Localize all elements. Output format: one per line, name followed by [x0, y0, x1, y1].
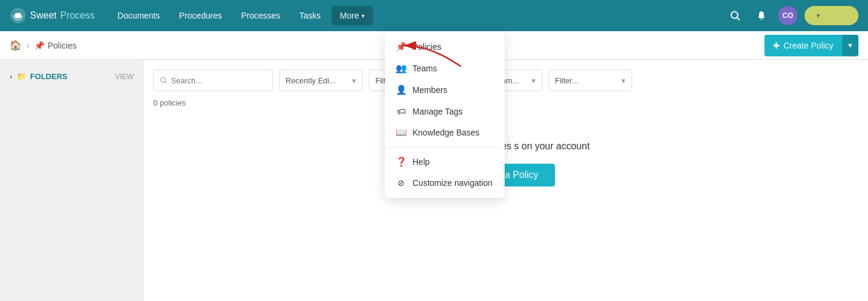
avatar[interactable]: CO [778, 6, 797, 25]
sweetprocess-logo-icon [10, 7, 26, 24]
nav-item-processes-label: Processes [241, 11, 280, 20]
filter-dropdown[interactable]: Filter... ▾ [548, 70, 632, 91]
breadcrumb-separator: › [26, 41, 29, 50]
breadcrumb-current: 📌 Policies [34, 41, 77, 50]
avatar-initials: CO [782, 11, 793, 20]
notifications-button[interactable] [752, 6, 771, 25]
chevron-right-icon: › [10, 72, 12, 81]
recently-edited-filter[interactable]: Recently Edi... ▾ [279, 70, 363, 91]
nav-item-more-label: More [340, 11, 359, 20]
filter-by-team-chevron: ▾ [532, 76, 536, 85]
dropdown-item-members-label: Members [412, 85, 447, 95]
sidebar: › 📁 FOLDERS VIEW [0, 60, 144, 301]
teams-icon: 👥 [396, 63, 406, 74]
top-nav: SweetProcess Documents Procedures Proces… [0, 0, 868, 31]
breadcrumb-current-label: Policies [48, 41, 77, 50]
create-policy-button[interactable]: ✚ Create Policy [764, 35, 842, 56]
empty-state: There are no policies s on your account … [153, 117, 858, 210]
create-policy-button-wrapper: ✚ Create Policy ▾ [764, 35, 858, 56]
search-button[interactable] [726, 6, 745, 25]
breadcrumb: 🏠 › 📌 Policies [10, 40, 77, 51]
nav-item-tasks-label: Tasks [299, 11, 321, 20]
nav-item-more[interactable]: More ▾ [332, 6, 373, 25]
chevron-down-icon: ▾ [362, 13, 365, 19]
filter-label: Filter... [555, 76, 578, 85]
dropdown-item-customize-nav[interactable]: ⊘ Customize navigation [385, 173, 505, 193]
home-link[interactable]: 🏠 [10, 40, 22, 51]
nav-item-documents-label: Documents [117, 11, 160, 20]
logo-process-text: Process [60, 10, 95, 21]
filter-bar: Recently Edi... ▾ Filter by tag... ▾ Fil… [153, 70, 858, 91]
nav-item-tasks[interactable]: Tasks [291, 6, 329, 25]
sidebar-view-label: VIEW [115, 73, 133, 81]
knowledge-bases-icon: 📖 [396, 127, 406, 138]
nav-item-procedures-label: Procedures [179, 11, 222, 20]
sidebar-folders-item[interactable]: › 📁 FOLDERS VIEW [0, 67, 143, 86]
chevron-down-icon-create: ▾ [848, 41, 852, 50]
dropdown-item-customize-nav-label: Customize navigation [412, 178, 493, 188]
sidebar-folders-label: 📁 FOLDERS [17, 72, 67, 81]
dropdown-item-members[interactable]: 👤 Members [385, 79, 505, 101]
policies-breadcrumb-icon: 📌 [34, 41, 44, 50]
dropdown-divider [385, 147, 505, 148]
logo[interactable]: SweetProcess [10, 7, 95, 24]
nav-item-processes[interactable]: Processes [233, 6, 289, 25]
search-icon [730, 10, 740, 21]
search-box[interactable] [153, 70, 273, 91]
dropdown-item-knowledge-bases[interactable]: 📖 Knowledge Bases [385, 122, 505, 143]
logo-sweet-text: Sweet [30, 10, 56, 21]
filter-chevron: ▾ [621, 76, 626, 85]
search-input[interactable] [171, 76, 266, 85]
policies-count: 0 policies [153, 98, 858, 107]
dropdown-item-manage-tags[interactable]: 🏷 Manage Tags [385, 101, 505, 122]
dropdown-item-teams[interactable]: 👥 Teams [385, 58, 505, 79]
dropdown-item-help-label: Help [412, 157, 430, 167]
recently-edited-chevron: ▾ [352, 76, 356, 85]
recently-edited-label: Recently Edi... [286, 76, 336, 85]
policies-icon: 📌 [396, 41, 406, 52]
nav-right: CO ▾ [726, 6, 858, 25]
dropdown-item-manage-tags-label: Manage Tags [412, 107, 463, 116]
plus-icon: ✚ [773, 41, 780, 50]
dropdown-item-policies[interactable]: 📌 Policies [385, 36, 505, 58]
main-content: Recently Edi... ▾ Filter by tag... ▾ Fil… [144, 60, 868, 301]
nav-item-procedures[interactable]: Procedures [171, 6, 230, 25]
dropdown-item-teams-label: Teams [412, 64, 437, 73]
manage-tags-icon: 🏷 [396, 106, 406, 116]
folder-icon: 📁 [17, 72, 26, 81]
help-icon: ❓ [396, 156, 406, 167]
nav-item-documents[interactable]: Documents [109, 6, 168, 25]
dropdown-item-knowledge-bases-label: Knowledge Bases [412, 128, 479, 137]
nav-links: Documents Procedures Processes Tasks Mor… [109, 6, 726, 25]
chevron-down-icon-user: ▾ [817, 11, 820, 20]
search-input-icon [160, 76, 168, 85]
members-icon: 👤 [396, 85, 406, 95]
user-menu-button[interactable]: ▾ [805, 6, 858, 25]
customize-nav-icon: ⊘ [396, 178, 406, 188]
create-policy-label: Create Policy [784, 41, 833, 50]
bell-icon [756, 10, 767, 21]
create-policy-dropdown-toggle[interactable]: ▾ [842, 35, 858, 56]
empty-state-text: There are no policies s on your account [165, 141, 846, 152]
more-dropdown-menu: 📌 Policies 👥 Teams 👤 Members 🏷 Manage Ta… [385, 31, 505, 198]
dropdown-item-help[interactable]: ❓ Help [385, 151, 505, 173]
dropdown-item-policies-label: Policies [412, 42, 441, 52]
